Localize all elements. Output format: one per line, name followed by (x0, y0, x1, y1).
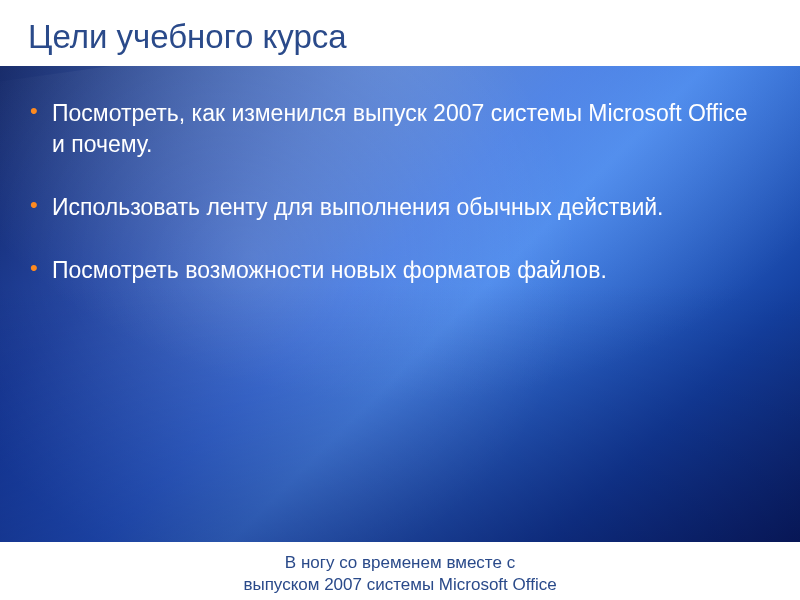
slide-footer: В ногу со временем вместе с выпуском 200… (0, 542, 800, 600)
footer-line-1: В ногу со временем вместе с (0, 552, 800, 574)
bullet-text: Использовать ленту для выполнения обычны… (52, 194, 664, 220)
slide-body: Посмотреть, как изменился выпуск 2007 си… (0, 66, 800, 550)
bullet-text: Посмотреть возможности новых форматов фа… (52, 257, 607, 283)
list-item: Посмотреть, как изменился выпуск 2007 си… (48, 98, 760, 160)
bullet-list: Посмотреть, как изменился выпуск 2007 си… (0, 66, 800, 286)
footer-line-2: выпуском 2007 системы Microsoft Office (0, 574, 800, 596)
list-item: Использовать ленту для выполнения обычны… (48, 192, 760, 223)
bullet-text: Посмотреть, как изменился выпуск 2007 си… (52, 100, 748, 157)
list-item: Посмотреть возможности новых форматов фа… (48, 255, 760, 286)
slide-title: Цели учебного курса (0, 0, 800, 66)
